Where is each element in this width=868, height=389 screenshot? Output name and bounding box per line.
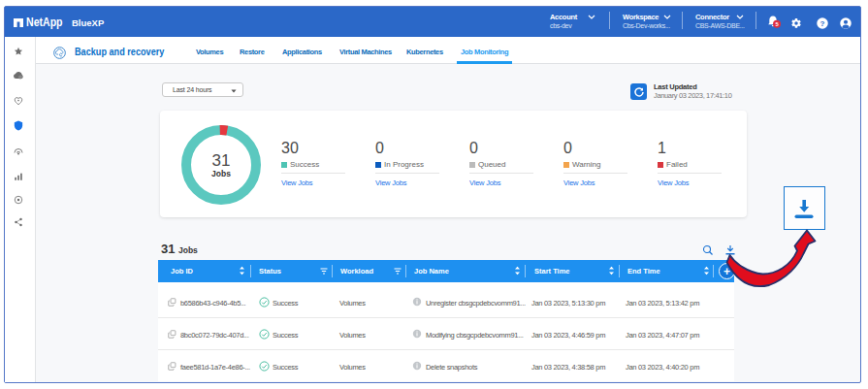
svg-text:?: ?	[820, 19, 824, 28]
